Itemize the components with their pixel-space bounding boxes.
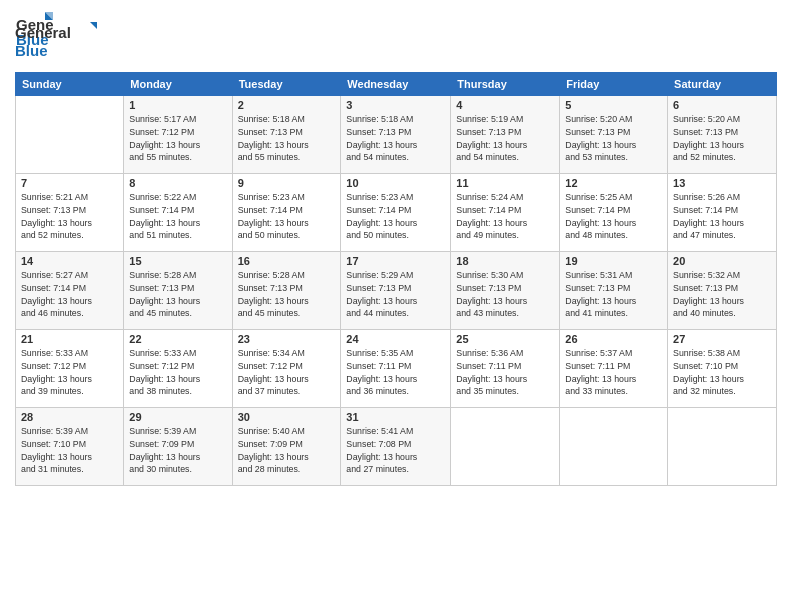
day-number: 15 <box>129 255 226 267</box>
day-info: Sunrise: 5:27 AM Sunset: 7:14 PM Dayligh… <box>21 269 118 320</box>
day-number: 23 <box>238 333 336 345</box>
day-number: 28 <box>21 411 118 423</box>
day-info: Sunrise: 5:23 AM Sunset: 7:14 PM Dayligh… <box>346 191 445 242</box>
day-number: 4 <box>456 99 554 111</box>
day-cell: 28Sunrise: 5:39 AM Sunset: 7:10 PM Dayli… <box>16 408 124 486</box>
day-cell: 19Sunrise: 5:31 AM Sunset: 7:13 PM Dayli… <box>560 252 668 330</box>
col-header-monday: Monday <box>124 73 232 96</box>
header: General Blue General Blue <box>15 10 777 66</box>
calendar-table: SundayMondayTuesdayWednesdayThursdayFrid… <box>15 72 777 486</box>
day-number: 14 <box>21 255 118 267</box>
day-number: 10 <box>346 177 445 189</box>
day-info: Sunrise: 5:20 AM Sunset: 7:13 PM Dayligh… <box>565 113 662 164</box>
logo: General Blue General Blue <box>15 10 105 66</box>
day-cell: 29Sunrise: 5:39 AM Sunset: 7:09 PM Dayli… <box>124 408 232 486</box>
day-number: 25 <box>456 333 554 345</box>
day-cell: 2Sunrise: 5:18 AM Sunset: 7:13 PM Daylig… <box>232 96 341 174</box>
day-cell: 24Sunrise: 5:35 AM Sunset: 7:11 PM Dayli… <box>341 330 451 408</box>
day-info: Sunrise: 5:18 AM Sunset: 7:13 PM Dayligh… <box>238 113 336 164</box>
day-number: 13 <box>673 177 771 189</box>
day-number: 31 <box>346 411 445 423</box>
day-cell: 27Sunrise: 5:38 AM Sunset: 7:10 PM Dayli… <box>668 330 777 408</box>
day-cell: 6Sunrise: 5:20 AM Sunset: 7:13 PM Daylig… <box>668 96 777 174</box>
week-row-2: 7Sunrise: 5:21 AM Sunset: 7:13 PM Daylig… <box>16 174 777 252</box>
day-info: Sunrise: 5:23 AM Sunset: 7:14 PM Dayligh… <box>238 191 336 242</box>
day-info: Sunrise: 5:29 AM Sunset: 7:13 PM Dayligh… <box>346 269 445 320</box>
day-info: Sunrise: 5:37 AM Sunset: 7:11 PM Dayligh… <box>565 347 662 398</box>
day-number: 30 <box>238 411 336 423</box>
day-number: 12 <box>565 177 662 189</box>
day-info: Sunrise: 5:34 AM Sunset: 7:12 PM Dayligh… <box>238 347 336 398</box>
day-info: Sunrise: 5:21 AM Sunset: 7:13 PM Dayligh… <box>21 191 118 242</box>
day-number: 18 <box>456 255 554 267</box>
day-info: Sunrise: 5:36 AM Sunset: 7:11 PM Dayligh… <box>456 347 554 398</box>
week-row-5: 28Sunrise: 5:39 AM Sunset: 7:10 PM Dayli… <box>16 408 777 486</box>
day-number: 21 <box>21 333 118 345</box>
col-header-friday: Friday <box>560 73 668 96</box>
day-number: 3 <box>346 99 445 111</box>
day-info: Sunrise: 5:33 AM Sunset: 7:12 PM Dayligh… <box>129 347 226 398</box>
day-cell: 8Sunrise: 5:22 AM Sunset: 7:14 PM Daylig… <box>124 174 232 252</box>
day-info: Sunrise: 5:30 AM Sunset: 7:13 PM Dayligh… <box>456 269 554 320</box>
col-header-thursday: Thursday <box>451 73 560 96</box>
day-info: Sunrise: 5:19 AM Sunset: 7:13 PM Dayligh… <box>456 113 554 164</box>
day-cell: 4Sunrise: 5:19 AM Sunset: 7:13 PM Daylig… <box>451 96 560 174</box>
day-cell: 7Sunrise: 5:21 AM Sunset: 7:13 PM Daylig… <box>16 174 124 252</box>
day-cell <box>16 96 124 174</box>
day-cell: 11Sunrise: 5:24 AM Sunset: 7:14 PM Dayli… <box>451 174 560 252</box>
week-row-1: 1Sunrise: 5:17 AM Sunset: 7:12 PM Daylig… <box>16 96 777 174</box>
day-cell: 18Sunrise: 5:30 AM Sunset: 7:13 PM Dayli… <box>451 252 560 330</box>
header-row: SundayMondayTuesdayWednesdayThursdayFrid… <box>16 73 777 96</box>
day-cell: 14Sunrise: 5:27 AM Sunset: 7:14 PM Dayli… <box>16 252 124 330</box>
day-cell: 5Sunrise: 5:20 AM Sunset: 7:13 PM Daylig… <box>560 96 668 174</box>
day-number: 26 <box>565 333 662 345</box>
day-number: 29 <box>129 411 226 423</box>
day-cell: 3Sunrise: 5:18 AM Sunset: 7:13 PM Daylig… <box>341 96 451 174</box>
day-info: Sunrise: 5:17 AM Sunset: 7:12 PM Dayligh… <box>129 113 226 164</box>
day-number: 1 <box>129 99 226 111</box>
day-cell <box>560 408 668 486</box>
day-info: Sunrise: 5:22 AM Sunset: 7:14 PM Dayligh… <box>129 191 226 242</box>
day-cell: 17Sunrise: 5:29 AM Sunset: 7:13 PM Dayli… <box>341 252 451 330</box>
day-info: Sunrise: 5:39 AM Sunset: 7:10 PM Dayligh… <box>21 425 118 476</box>
day-number: 6 <box>673 99 771 111</box>
svg-text:Blue: Blue <box>15 42 48 59</box>
day-cell: 25Sunrise: 5:36 AM Sunset: 7:11 PM Dayli… <box>451 330 560 408</box>
day-info: Sunrise: 5:26 AM Sunset: 7:14 PM Dayligh… <box>673 191 771 242</box>
day-info: Sunrise: 5:18 AM Sunset: 7:13 PM Dayligh… <box>346 113 445 164</box>
day-number: 2 <box>238 99 336 111</box>
day-cell: 23Sunrise: 5:34 AM Sunset: 7:12 PM Dayli… <box>232 330 341 408</box>
week-row-4: 21Sunrise: 5:33 AM Sunset: 7:12 PM Dayli… <box>16 330 777 408</box>
day-number: 5 <box>565 99 662 111</box>
day-info: Sunrise: 5:32 AM Sunset: 7:13 PM Dayligh… <box>673 269 771 320</box>
day-cell: 13Sunrise: 5:26 AM Sunset: 7:14 PM Dayli… <box>668 174 777 252</box>
day-number: 9 <box>238 177 336 189</box>
col-header-wednesday: Wednesday <box>341 73 451 96</box>
day-info: Sunrise: 5:20 AM Sunset: 7:13 PM Dayligh… <box>673 113 771 164</box>
day-number: 19 <box>565 255 662 267</box>
svg-text:General: General <box>15 24 71 41</box>
day-info: Sunrise: 5:39 AM Sunset: 7:09 PM Dayligh… <box>129 425 226 476</box>
day-cell: 10Sunrise: 5:23 AM Sunset: 7:14 PM Dayli… <box>341 174 451 252</box>
day-number: 7 <box>21 177 118 189</box>
day-number: 11 <box>456 177 554 189</box>
day-cell: 21Sunrise: 5:33 AM Sunset: 7:12 PM Dayli… <box>16 330 124 408</box>
week-row-3: 14Sunrise: 5:27 AM Sunset: 7:14 PM Dayli… <box>16 252 777 330</box>
day-number: 17 <box>346 255 445 267</box>
day-cell: 31Sunrise: 5:41 AM Sunset: 7:08 PM Dayli… <box>341 408 451 486</box>
day-cell <box>668 408 777 486</box>
day-cell: 22Sunrise: 5:33 AM Sunset: 7:12 PM Dayli… <box>124 330 232 408</box>
day-info: Sunrise: 5:41 AM Sunset: 7:08 PM Dayligh… <box>346 425 445 476</box>
day-number: 20 <box>673 255 771 267</box>
svg-marker-6 <box>90 22 97 29</box>
day-number: 22 <box>129 333 226 345</box>
logo-svg: General Blue <box>15 20 105 62</box>
day-number: 16 <box>238 255 336 267</box>
day-number: 8 <box>129 177 226 189</box>
day-info: Sunrise: 5:28 AM Sunset: 7:13 PM Dayligh… <box>129 269 226 320</box>
day-info: Sunrise: 5:31 AM Sunset: 7:13 PM Dayligh… <box>565 269 662 320</box>
col-header-saturday: Saturday <box>668 73 777 96</box>
day-cell: 30Sunrise: 5:40 AM Sunset: 7:09 PM Dayli… <box>232 408 341 486</box>
day-cell: 9Sunrise: 5:23 AM Sunset: 7:14 PM Daylig… <box>232 174 341 252</box>
col-header-sunday: Sunday <box>16 73 124 96</box>
